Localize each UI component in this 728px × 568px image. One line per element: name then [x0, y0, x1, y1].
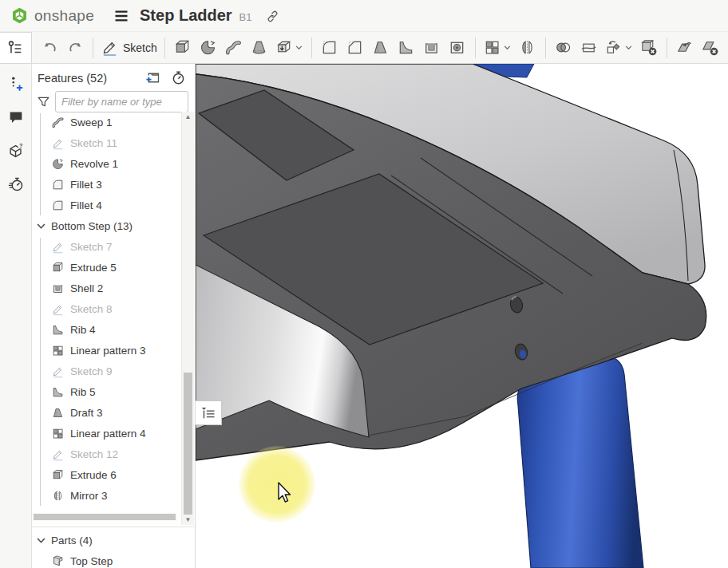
transform-button[interactable]: [603, 34, 635, 61]
chevron-down-icon[interactable]: [502, 42, 512, 53]
sidebar-feature-tree-button[interactable]: [0, 32, 32, 64]
delete-face-icon: [701, 38, 719, 57]
feature-row[interactable]: Extrude 5: [32, 257, 182, 278]
feature-row[interactable]: Fillet 4: [32, 195, 182, 215]
vertical-scrollbar[interactable]: ▲ ▼: [181, 112, 194, 525]
panel-list-icon: [200, 405, 216, 421]
fillet-button[interactable]: [318, 34, 342, 61]
chevron-down-icon[interactable]: [35, 220, 47, 232]
sketch-button[interactable]: Sketch: [99, 34, 159, 61]
toolbar-button-label: Sketch: [123, 41, 157, 54]
feature-row[interactable]: Extrude 6: [32, 464, 182, 485]
feature-row[interactable]: Rib 4: [32, 319, 182, 340]
undo-button[interactable]: [38, 34, 61, 61]
version-badge[interactable]: B1: [239, 11, 252, 23]
hamburger-icon[interactable]: [113, 8, 129, 24]
horizontal-scrollbar[interactable]: [32, 513, 178, 521]
hole-button[interactable]: [445, 34, 469, 61]
create-folder-icon[interactable]: [144, 69, 161, 86]
feature-tree-icon: [6, 39, 24, 57]
split-button[interactable]: [577, 34, 601, 61]
delete-part-button[interactable]: [637, 34, 661, 61]
transform-icon: [604, 38, 623, 57]
feature-label: Sketch 11: [70, 137, 117, 149]
feature-row[interactable]: Sketch 7: [32, 236, 182, 257]
feature-row[interactable]: Rib 5: [32, 381, 182, 402]
feature-label: Sketch 12: [70, 448, 118, 460]
thicken-icon: [275, 38, 293, 57]
feature-label: Draft 3: [70, 407, 103, 419]
mirror-icon: [518, 38, 536, 57]
boolean-button[interactable]: [552, 34, 576, 61]
create-version-icon: [7, 75, 25, 93]
redo-button[interactable]: [63, 34, 87, 61]
comments-icon: [7, 108, 25, 126]
loft-button[interactable]: [247, 34, 271, 61]
chamfer-button[interactable]: [343, 34, 367, 61]
feature-row[interactable]: Linear pattern 4: [32, 423, 182, 444]
graphics-viewport[interactable]: [196, 64, 728, 568]
feature-row[interactable]: Linear pattern 3: [32, 340, 182, 361]
learning-icon: [7, 142, 25, 160]
feature-label: Rib 4: [70, 324, 96, 336]
feature-group-row[interactable]: Parts (4): [32, 530, 195, 550]
stopwatch-icon[interactable]: [170, 69, 187, 86]
filter-funnel-icon[interactable]: [36, 94, 51, 109]
feature-row[interactable]: Mirror 3: [32, 485, 182, 506]
filter-input[interactable]: [55, 91, 188, 112]
move-face-icon: [675, 38, 694, 57]
feature-row[interactable]: Sketch 8: [32, 298, 182, 319]
shell-button[interactable]: [420, 34, 444, 61]
extrude-button[interactable]: [171, 34, 195, 61]
feature-row[interactable]: Sketch 9: [32, 361, 182, 381]
sidebar-history-button[interactable]: [2, 171, 30, 198]
draft-icon: [371, 38, 390, 57]
feature-row[interactable]: Fillet 3: [32, 174, 182, 195]
features-panel: Features (52) Sweep 1Sketch 11Revolve 1F…: [32, 64, 196, 568]
draft-button[interactable]: [369, 34, 393, 61]
feature-row[interactable]: Top Step: [32, 550, 195, 568]
link-icon[interactable]: [266, 10, 279, 23]
extrude-icon: [51, 261, 65, 274]
linear-pattern-button[interactable]: [481, 34, 514, 61]
feature-row[interactable]: Draft 3: [32, 402, 182, 423]
chevron-down-icon[interactable]: [294, 42, 304, 53]
delete-face-button[interactable]: [698, 34, 722, 61]
feature-row[interactable]: Shell 2: [32, 278, 182, 298]
feature-label: Fillet 3: [70, 179, 102, 191]
feature-row[interactable]: Sweep 1: [32, 112, 182, 132]
mouse-cursor: [275, 482, 295, 506]
scroll-up-arrow[interactable]: ▲: [182, 113, 194, 120]
feature-row[interactable]: Sketch 12: [32, 444, 182, 464]
panel-collapse-button[interactable]: [196, 400, 222, 425]
history-icon: [7, 176, 25, 193]
sketch-icon: [51, 365, 65, 378]
onshape-logo-icon: [10, 6, 29, 25]
sidebar-create-version-button[interactable]: [2, 70, 30, 97]
mirror-button[interactable]: [516, 34, 540, 61]
parts-section: Parts (4)Top Step: [32, 527, 195, 568]
feature-group-row[interactable]: Bottom Step (13): [32, 215, 182, 236]
scrollbar-thumb[interactable]: [34, 514, 176, 520]
scroll-down-arrow[interactable]: ▼: [182, 516, 194, 523]
thicken-button[interactable]: [273, 34, 306, 61]
filter-row: [32, 86, 195, 114]
document-title: Step Ladder: [140, 6, 232, 25]
feature-row[interactable]: Sketch 11: [32, 132, 182, 153]
feature-label: Shell 2: [70, 282, 103, 294]
sketch-icon: [101, 38, 119, 57]
sweep-button[interactable]: [222, 34, 246, 61]
chevron-down-icon[interactable]: [623, 42, 634, 53]
revolve-button[interactable]: [196, 34, 220, 61]
feature-label: Top Step: [70, 555, 113, 567]
chevron-down-icon[interactable]: [35, 534, 47, 546]
sidebar-comments-button[interactable]: [2, 104, 30, 131]
linear-pattern-icon: [51, 344, 65, 357]
sidebar-learning-button[interactable]: [2, 137, 30, 164]
feature-row[interactable]: Revolve 1: [32, 153, 182, 174]
scrollbar-thumb[interactable]: [184, 373, 192, 515]
feature-list: Sweep 1Sketch 11Revolve 1Fillet 3Fillet …: [32, 112, 182, 506]
ladder-leg-front[interactable]: [517, 357, 643, 568]
move-face-button[interactable]: [673, 34, 697, 61]
rib-button[interactable]: [394, 34, 418, 61]
